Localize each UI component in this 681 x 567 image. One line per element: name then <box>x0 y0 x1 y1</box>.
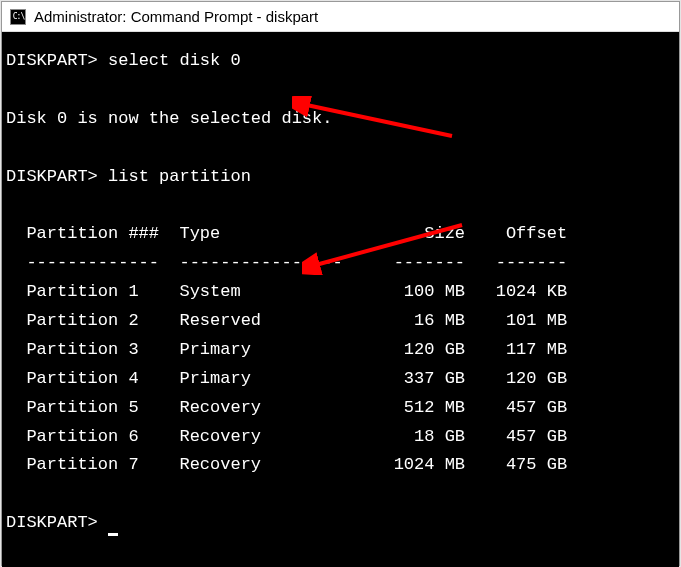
cursor <box>108 533 118 536</box>
terminal-output[interactable]: DISKPART> select disk 0 Disk 0 is now th… <box>2 32 679 567</box>
command-prompt-icon: C:\ <box>10 9 26 25</box>
partition-table: Partition ### Type Size Offset ---------… <box>6 224 567 474</box>
command-prompt-window: C:\ Administrator: Command Prompt - disk… <box>1 1 680 566</box>
command-list-partition: list partition <box>108 167 251 186</box>
command-select-disk: select disk 0 <box>108 51 241 70</box>
response-text: Disk 0 is now the selected disk. <box>6 109 332 128</box>
window-title: Administrator: Command Prompt - diskpart <box>34 8 318 25</box>
prompt: DISKPART> <box>6 513 98 532</box>
titlebar[interactable]: C:\ Administrator: Command Prompt - disk… <box>2 2 679 32</box>
prompt: DISKPART> <box>6 51 98 70</box>
prompt: DISKPART> <box>6 167 98 186</box>
annotation-arrow-icon <box>302 162 472 333</box>
